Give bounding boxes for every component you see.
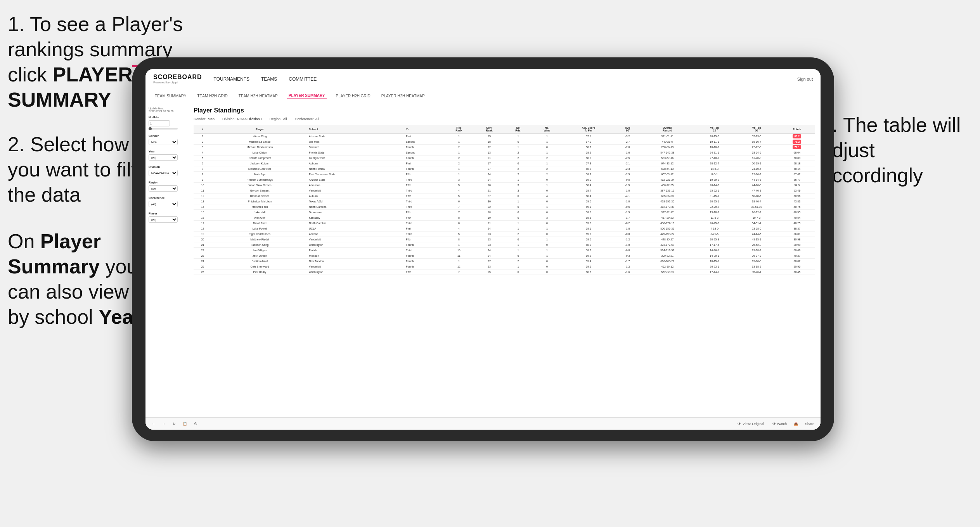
col-adj-score: Adj. Scoreto Par bbox=[562, 125, 615, 134]
player-standings-table: # Player School Yr RegRank ConfRank No.R… bbox=[194, 125, 815, 275]
col-reg-rank: RegRank bbox=[444, 125, 474, 134]
step3-text: On bbox=[8, 230, 40, 252]
bottom-toolbar: ← → ↻ 📋 ⏱ 👁 View: Original 👁 Watch 📥 Sha… bbox=[145, 417, 821, 430]
sidebar-filters: Update time: 27/03/2024 16:56:26 No Rds.… bbox=[145, 103, 188, 417]
table-row: 18 Luke Powell UCLA First 4 24 1 1 68.1 … bbox=[194, 226, 815, 232]
subnav-player-h2h-heatmap[interactable]: PLAYER H2H HEATMAP bbox=[380, 93, 426, 99]
col-yr: Yr bbox=[405, 125, 444, 134]
table-row: 6 Jackson Koivun Auburn First 2 17 6 1 6… bbox=[194, 161, 815, 166]
main-content: Update time: 27/03/2024 16:56:26 No Rds.… bbox=[145, 103, 821, 417]
table-row: 10 Jacob Skov Olesen Arkansas Fifth 5 10… bbox=[194, 183, 815, 188]
instruction-step4: 3. The table will adjust accordingly bbox=[821, 112, 968, 188]
sidebar-division: Division NCAA Division I bbox=[149, 165, 185, 176]
sidebar-region: Region N/A bbox=[149, 181, 185, 192]
conference-select[interactable]: (All) bbox=[149, 201, 178, 207]
nav-tournaments[interactable]: TOURNAMENTS bbox=[214, 75, 249, 83]
division-select[interactable]: NCAA Division I bbox=[149, 170, 178, 176]
table-row: 16 Alex Goff Kentucky Fifth 8 19 0 3 68.… bbox=[194, 215, 815, 221]
col-vs50: Vs Top50 bbox=[734, 125, 779, 134]
toolbar-copy[interactable]: 📋 bbox=[181, 421, 189, 427]
logo-sub: Powered by clippi bbox=[153, 81, 202, 84]
nav-bar: SCOREBOARD Powered by clippi TOURNAMENTS… bbox=[145, 69, 821, 89]
sidebar-update-time: Update time: 27/03/2024 16:56:26 bbox=[149, 107, 185, 112]
toolbar-share[interactable]: Share bbox=[803, 421, 816, 427]
table-row: 12 Brendan Valdes Auburn Fifth 5 37 0 4 … bbox=[194, 194, 815, 199]
col-conf-rank: ConfRank bbox=[474, 125, 504, 134]
table-row: 23 Jack Lundin Missouri Fourth 11 24 6 1… bbox=[194, 253, 815, 259]
col-vs25: Vs Top25 bbox=[695, 125, 734, 134]
player-select[interactable]: (All) bbox=[149, 216, 178, 223]
subnav-team-h2h-grid[interactable]: TEAM H2H GRID bbox=[196, 93, 229, 99]
table-row: 4 Luke Claton Florida State Second 1 13 … bbox=[194, 150, 815, 156]
col-overall: OverallRecord bbox=[640, 125, 695, 134]
sub-nav: TEAM SUMMARY TEAM H2H GRID TEAM H2H HEAT… bbox=[145, 89, 821, 103]
table-row: 7 Nicholas Gabrieles North Florida Fourt… bbox=[194, 166, 815, 172]
nav-sign-out[interactable]: Sign out bbox=[797, 77, 813, 81]
gender-select[interactable]: Men bbox=[149, 139, 178, 145]
table-row: 14 Maxwell Ford North Carolina Third 7 2… bbox=[194, 204, 815, 210]
table-row: 26 Petr Hruby Washington Fifth 7 25 0 0 … bbox=[194, 270, 815, 275]
tablet-screen: SCOREBOARD Powered by clippi TOURNAMENTS… bbox=[145, 69, 821, 430]
nav-items: TOURNAMENTS TEAMS COMMITTEE bbox=[214, 75, 797, 83]
year-select[interactable]: (All) bbox=[149, 154, 178, 161]
toolbar-reload[interactable]: ↻ bbox=[171, 421, 177, 427]
table-row: 24 Bastian Amat New Mexico Fourth 1 27 2… bbox=[194, 259, 815, 264]
toolbar-view[interactable]: 👁 View: Original bbox=[738, 422, 764, 426]
sidebar-no-rds: No Rds. bbox=[149, 116, 185, 130]
table-row: 21 Taehoon Song Washington Fourth 1 23 1… bbox=[194, 242, 815, 248]
no-rds-slider[interactable] bbox=[149, 128, 178, 130]
table-area: Player Standings Gender: Men Division: N… bbox=[188, 103, 821, 417]
table-row: 17 David Ford North Carolina Third 8 11 … bbox=[194, 221, 815, 226]
sidebar-year: Year (All) bbox=[149, 150, 185, 161]
nav-teams[interactable]: TEAMS bbox=[261, 75, 277, 83]
subnav-team-summary[interactable]: TEAM SUMMARY bbox=[153, 93, 188, 99]
toolbar-clock[interactable]: ⏱ bbox=[192, 421, 199, 427]
region-select[interactable]: N/A bbox=[149, 185, 178, 192]
toolbar-export[interactable]: 📥 bbox=[792, 421, 800, 427]
table-title: Player Standings bbox=[194, 107, 815, 114]
col-no-rds: No.Rds. bbox=[504, 125, 532, 134]
table-row: 1 Wenyi Ding Arizona State First 1 15 1 … bbox=[194, 134, 815, 139]
subnav-team-h2h-heatmap[interactable]: TEAM H2H HEATMAP bbox=[237, 93, 279, 99]
nav-committee[interactable]: COMMITTEE bbox=[289, 75, 317, 83]
col-school: School bbox=[308, 125, 405, 134]
col-points: Points bbox=[779, 125, 815, 134]
table-row: 22 Ian Gilligan Florida Third 10 24 1 1 … bbox=[194, 248, 815, 253]
logo-area: SCOREBOARD Powered by clippi bbox=[153, 74, 202, 84]
table-row: 9 Preston Summerhays Arizona State Third… bbox=[194, 177, 815, 183]
table-row: 20 Matthew Riedel Vanderbilt Fifth 8 13 … bbox=[194, 237, 815, 242]
table-row: 13 Phichaksn Maichon Texas A&M Third 6 3… bbox=[194, 199, 815, 204]
filter-summary-row: Gender: Men Division: NCAA Division I Re… bbox=[194, 117, 815, 121]
table-row: 15 Jake Hall Tennessee Fifth 7 18 6 0 68… bbox=[194, 210, 815, 215]
col-num: # bbox=[194, 125, 212, 134]
toolbar-back[interactable]: ← bbox=[150, 421, 157, 427]
step4-text: 3. The table will adjust accordingly bbox=[821, 114, 961, 187]
subnav-player-h2h-grid[interactable]: PLAYER H2H GRID bbox=[334, 93, 372, 99]
sidebar-gender: Gender Men bbox=[149, 134, 185, 145]
toolbar-forward[interactable]: → bbox=[161, 421, 167, 427]
sidebar-player: Player (All) bbox=[149, 212, 185, 223]
table-row: 11 Gordon Sargent Vanderbilt Third 4 21 … bbox=[194, 188, 815, 194]
logo-text: SCOREBOARD bbox=[153, 74, 202, 81]
table-row: 25 Cole Sherwood Vanderbilt Fourth 12 23… bbox=[194, 264, 815, 270]
subnav-player-summary[interactable]: PLAYER SUMMARY bbox=[287, 93, 327, 99]
table-row: 8 Mats Ege East Tennessee State Fifth 1 … bbox=[194, 172, 815, 177]
table-row: 3 Michael Thorbjornsen Stanford Fourth 2… bbox=[194, 145, 815, 150]
toolbar-watch[interactable]: 👁 Watch bbox=[771, 421, 788, 427]
col-avg-sg: AvgSG bbox=[615, 125, 640, 134]
no-rds-input[interactable] bbox=[149, 120, 170, 126]
sidebar-conference: Conference (All) bbox=[149, 196, 185, 207]
col-player: Player bbox=[212, 125, 308, 134]
col-no-wins: No.Wins bbox=[532, 125, 562, 134]
tablet-device: SCOREBOARD Powered by clippi TOURNAMENTS… bbox=[132, 57, 834, 441]
table-row: 19 Tiger Christensen Arizona Third 5 23 … bbox=[194, 232, 815, 237]
table-row: 2 Michael Le Sasso Ole Miss Second 1 18 … bbox=[194, 139, 815, 145]
table-row: 5 Christo Lamprecht Georgia Tech Fourth … bbox=[194, 156, 815, 161]
